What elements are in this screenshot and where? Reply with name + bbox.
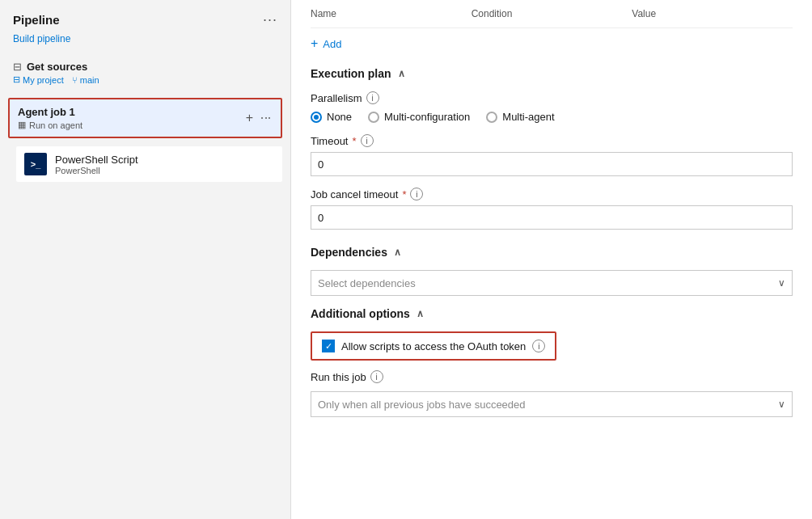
get-sources-meta: ⊟ My project ⑂ main bbox=[13, 74, 99, 85]
add-plus-icon: + bbox=[311, 36, 318, 51]
pipeline-ellipsis-menu[interactable]: ··· bbox=[263, 11, 277, 28]
execution-plan-chevron[interactable]: ∧ bbox=[398, 68, 405, 79]
parallelism-label: Parallelism i bbox=[311, 91, 793, 104]
agent-job-title: Agent job 1 bbox=[18, 106, 82, 118]
radio-multi-config-label: Multi-configuration bbox=[384, 111, 470, 123]
powershell-title: PowerShell Script bbox=[55, 154, 138, 166]
timeout-input[interactable] bbox=[311, 152, 793, 176]
col-name: Name bbox=[311, 8, 472, 19]
checkbox-check-icon: ✓ bbox=[325, 341, 332, 352]
allow-oauth-info-icon[interactable]: i bbox=[532, 340, 545, 352]
allow-oauth-label: Allow scripts to access the OAuth token bbox=[341, 340, 526, 352]
project-label: ⊟ My project bbox=[13, 74, 64, 85]
allow-oauth-checkbox[interactable]: ✓ bbox=[322, 340, 335, 352]
run-job-dropdown[interactable]: Only when all previous jobs have succeed… bbox=[311, 391, 793, 417]
powershell-item[interactable]: >_ PowerShell Script PowerShell bbox=[16, 146, 282, 182]
run-this-job-label: Run this job i bbox=[311, 370, 793, 383]
pipeline-title: Pipeline bbox=[13, 13, 60, 27]
parallelism-info-icon[interactable]: i bbox=[366, 91, 379, 104]
add-label: Add bbox=[323, 38, 341, 50]
radio-multi-config[interactable]: Multi-configuration bbox=[368, 111, 470, 123]
job-cancel-timeout-input[interactable] bbox=[311, 205, 793, 230]
run-job-dropdown-arrow: ∨ bbox=[778, 399, 785, 410]
radio-multi-agent-label: Multi-agent bbox=[502, 111, 554, 123]
allow-oauth-checkbox-row[interactable]: ✓ Allow scripts to access the OAuth toke… bbox=[311, 331, 556, 361]
dependencies-arrow: ∨ bbox=[778, 277, 785, 289]
powershell-icon: >_ bbox=[24, 153, 47, 175]
add-button[interactable]: + Add bbox=[311, 36, 793, 51]
run-this-job-info-icon[interactable]: i bbox=[370, 370, 383, 383]
get-sources-content: ⊟ Get sources ⊟ My project ⑂ main bbox=[13, 61, 99, 85]
radio-multi-agent[interactable]: Multi-agent bbox=[486, 111, 554, 123]
radio-multi-config-circle bbox=[368, 112, 379, 123]
agent-job-info: Agent job 1 ▦ Run on agent bbox=[18, 106, 82, 130]
agent-job-add-button[interactable]: + bbox=[246, 111, 253, 125]
agent-job-sub: ▦ Run on agent bbox=[18, 120, 82, 130]
timeout-info-icon[interactable]: i bbox=[361, 134, 374, 147]
main-content: Name Condition Value + Add Execution pla… bbox=[291, 0, 812, 519]
dependencies-dropdown[interactable]: Select dependencies ∨ bbox=[311, 270, 793, 296]
get-sources-title: Get sources bbox=[27, 61, 87, 73]
radio-none[interactable]: None bbox=[311, 111, 352, 123]
sidebar: Pipeline ··· Build pipeline ⊟ Get source… bbox=[0, 0, 291, 519]
radio-multi-agent-circle bbox=[486, 112, 497, 123]
timeout-required: * bbox=[352, 135, 356, 147]
run-job-dropdown-value: Only when all previous jobs have succeed… bbox=[318, 399, 526, 411]
radio-none-circle bbox=[311, 112, 322, 123]
agent-job-more-button[interactable]: ⋮ bbox=[260, 112, 273, 124]
execution-plan-heading: Execution plan ∧ bbox=[311, 67, 793, 80]
branch-label: ⑂ main bbox=[72, 74, 99, 85]
col-condition: Condition bbox=[472, 8, 632, 19]
col-value: Value bbox=[632, 8, 793, 19]
job-cancel-info-icon[interactable]: i bbox=[410, 188, 423, 200]
agent-job-actions: + ⋮ bbox=[246, 111, 273, 125]
timeout-label: Timeout * i bbox=[311, 134, 793, 147]
get-sources-section[interactable]: ⊟ Get sources ⊟ My project ⑂ main bbox=[0, 53, 290, 93]
pipeline-subtitle[interactable]: Build pipeline bbox=[0, 33, 290, 53]
powershell-subtitle: PowerShell bbox=[55, 166, 138, 175]
table-header: Name Condition Value bbox=[311, 0, 793, 28]
dependencies-chevron[interactable]: ∧ bbox=[394, 247, 401, 258]
dependencies-placeholder: Select dependencies bbox=[318, 277, 416, 289]
radio-none-label: None bbox=[327, 111, 352, 123]
additional-options-heading: Additional options ∧ bbox=[311, 307, 793, 320]
job-cancel-label: Job cancel timeout * i bbox=[311, 188, 793, 200]
additional-options-chevron[interactable]: ∧ bbox=[417, 308, 424, 319]
dependencies-heading: Dependencies ∧ bbox=[311, 246, 793, 259]
pipeline-header: Pipeline ··· bbox=[0, 0, 290, 33]
get-sources-icon: ⊟ bbox=[13, 61, 22, 73]
agent-job-item[interactable]: Agent job 1 ▦ Run on agent + ⋮ bbox=[8, 98, 282, 138]
timeout-field: Timeout * i bbox=[311, 134, 793, 188]
parallelism-radio-group: None Multi-configuration Multi-agent bbox=[311, 111, 793, 123]
parallelism-row: Parallelism i None Multi-configuration M… bbox=[311, 91, 793, 123]
job-cancel-required: * bbox=[402, 188, 406, 200]
job-cancel-timeout-field: Job cancel timeout * i bbox=[311, 188, 793, 241]
powershell-info: PowerShell Script PowerShell bbox=[55, 154, 138, 175]
